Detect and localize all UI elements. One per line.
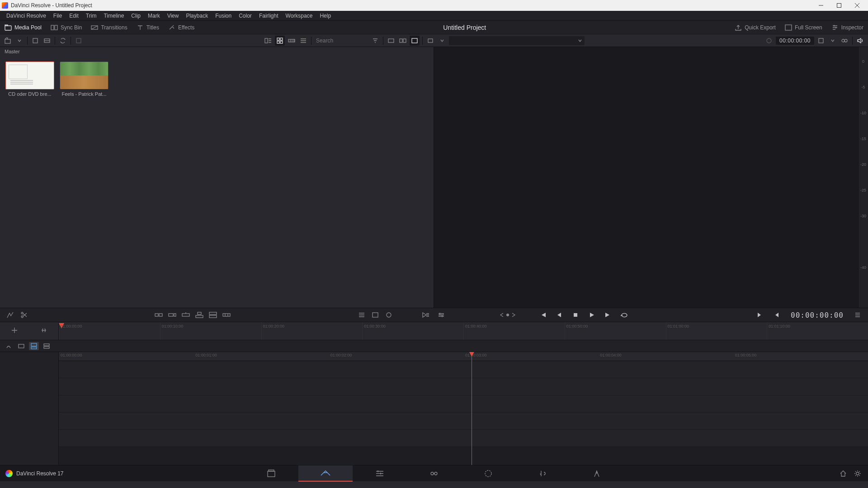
metadata-view-button[interactable] [263, 36, 273, 46]
effects-toggle[interactable]: Effects [164, 21, 199, 34]
list-view-button[interactable] [298, 36, 308, 46]
page-fairlight[interactable] [515, 465, 570, 482]
lower-ruler[interactable]: 01:00:00:00 01:00:01:00 01:00:02:00 01:0… [59, 352, 868, 361]
page-color[interactable] [461, 465, 515, 482]
track-row[interactable] [59, 413, 868, 430]
go-to-start-button[interactable] [537, 310, 549, 320]
minimize-button[interactable] [812, 0, 830, 11]
track-row[interactable] [59, 395, 868, 413]
titles-toggle[interactable]: Titles [132, 21, 164, 34]
menu-davinci[interactable]: DaVinci Resolve [3, 12, 50, 20]
step-back-button[interactable] [553, 310, 566, 320]
close-up-button[interactable] [193, 310, 205, 320]
thumbnail-view-button[interactable] [275, 36, 285, 46]
menu-timeline[interactable]: Timeline [100, 12, 127, 20]
page-cut[interactable] [298, 465, 353, 482]
maximize-button[interactable] [830, 0, 848, 11]
page-edit[interactable] [353, 465, 407, 482]
import-dropdown[interactable] [14, 36, 24, 46]
timeline-options-button[interactable] [435, 310, 447, 320]
project-settings-button[interactable] [854, 469, 862, 478]
viewer-panel[interactable]: 0 -5 -10 -15 -20 -25 -30 -40 [434, 47, 868, 308]
dynamic-zoom-button[interactable] [369, 310, 381, 320]
guides-dropdown[interactable] [828, 36, 838, 46]
import-media-button[interactable] [3, 36, 13, 46]
close-button[interactable] [848, 0, 866, 11]
split-button[interactable] [18, 310, 30, 320]
color-button[interactable] [383, 310, 395, 320]
boring-detector-button[interactable] [5, 310, 16, 320]
search-options-button[interactable] [370, 36, 380, 46]
source-overwrite-button[interactable] [221, 310, 232, 320]
lower-playhead[interactable] [472, 352, 472, 465]
guides-button[interactable] [816, 36, 826, 46]
menu-fusion[interactable]: Fusion [212, 12, 235, 20]
menu-mark[interactable]: Mark [144, 12, 164, 20]
next-edit-button[interactable] [754, 310, 766, 320]
breadcrumb[interactable]: Master [0, 47, 434, 56]
transitions-toggle[interactable]: Transitions [86, 21, 132, 34]
timeline-locked-button[interactable] [11, 327, 18, 335]
menu-help[interactable]: Help [316, 12, 335, 20]
track-row[interactable] [59, 361, 868, 378]
timeline-free-button[interactable] [40, 327, 47, 335]
bin-view-button[interactable] [42, 36, 52, 46]
page-fusion[interactable] [407, 465, 461, 482]
place-on-top-button[interactable] [207, 310, 219, 320]
new-bin-button[interactable] [30, 36, 40, 46]
audio-only-button[interactable] [42, 342, 52, 350]
loop-button[interactable] [618, 310, 631, 320]
inspector-toggle[interactable]: Inspector [827, 21, 868, 34]
menu-workspace[interactable]: Workspace [282, 12, 316, 20]
timeline-menu-button[interactable] [852, 310, 863, 320]
full-screen-toggle[interactable]: Full Screen [780, 21, 827, 34]
clip-item[interactable]: CD oder DVD bre... [5, 61, 54, 97]
video-only-button[interactable] [16, 342, 26, 350]
track-row[interactable] [59, 430, 868, 447]
jog-control[interactable] [500, 312, 516, 318]
menu-edit[interactable]: Edit [66, 12, 82, 20]
viewer-timecode[interactable]: 00:00:00:00 [776, 37, 814, 45]
menu-clip[interactable]: Clip [127, 12, 144, 20]
tools-button[interactable] [356, 310, 368, 320]
append-button[interactable] [166, 310, 178, 320]
clip-item[interactable]: Feels - Patrick Pat... [60, 61, 108, 97]
bypass-button[interactable] [840, 36, 849, 46]
smart-insert-button[interactable] [153, 310, 165, 320]
audio-trim-button[interactable] [4, 342, 14, 350]
stop-button[interactable] [569, 310, 582, 320]
search-input[interactable] [314, 37, 368, 45]
audio-toggle-button[interactable] [855, 36, 865, 46]
dual-view-button[interactable] [398, 36, 408, 46]
sort-button[interactable] [74, 36, 84, 46]
single-view-button[interactable] [410, 36, 420, 46]
sync-bin-toggle[interactable]: Sync Bin [46, 21, 86, 34]
page-media[interactable] [244, 465, 298, 482]
home-button[interactable] [839, 469, 847, 478]
menu-playback[interactable]: Playback [182, 12, 212, 20]
menu-view[interactable]: View [164, 12, 183, 20]
quick-export-button[interactable]: Quick Export [730, 21, 780, 34]
transport-timecode[interactable]: 00:00:00:00 [786, 311, 848, 319]
filmstrip-view-button[interactable] [287, 36, 297, 46]
page-deliver[interactable] [570, 465, 624, 482]
prev-edit-button[interactable] [770, 310, 783, 320]
sync-button[interactable] [58, 36, 68, 46]
media-pool-toggle[interactable]: Media Pool [0, 21, 46, 34]
track-row[interactable] [59, 378, 868, 395]
go-to-end-button[interactable] [602, 310, 614, 320]
menu-file[interactable]: File [50, 12, 66, 20]
video-audio-button[interactable] [29, 342, 39, 350]
menu-color[interactable]: Color [235, 12, 255, 20]
source-tape-button[interactable] [386, 36, 396, 46]
menu-trim[interactable]: Trim [82, 12, 100, 20]
fast-review-button[interactable] [420, 310, 432, 320]
play-button[interactable] [585, 310, 598, 320]
upper-ruler-track[interactable]: 01:00:00:00 01:00:10:00 01:00:20:00 01:0… [59, 322, 868, 340]
timeline-tracks[interactable]: 01:00:00:00 01:00:01:00 01:00:02:00 01:0… [59, 352, 868, 465]
safe-area-button[interactable] [764, 36, 774, 46]
timeline-selector[interactable] [449, 36, 585, 45]
menu-fairlight[interactable]: Fairlight [255, 12, 282, 20]
viewer-mode-button[interactable] [425, 36, 435, 46]
ripple-overwrite-button[interactable] [180, 310, 192, 320]
